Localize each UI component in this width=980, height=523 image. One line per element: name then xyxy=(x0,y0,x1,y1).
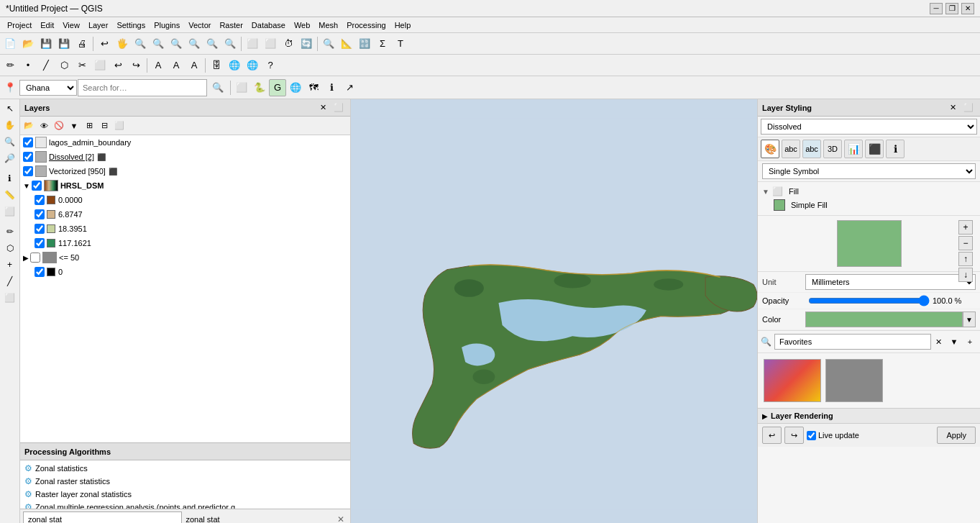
layer-rendering-section[interactable]: ▶ Layer Rendering xyxy=(758,408,980,423)
label2-button[interactable]: A xyxy=(168,57,185,74)
tab-labels[interactable]: abc xyxy=(782,140,800,158)
measure-area-tool[interactable]: ⬜ xyxy=(2,204,18,219)
globe-button[interactable]: 🌐 xyxy=(287,79,304,96)
tab-metadata[interactable]: ℹ xyxy=(886,140,905,158)
algo-search-input[interactable] xyxy=(23,511,182,524)
zoom-out-button[interactable]: 🔍 xyxy=(150,35,167,53)
save-as-button[interactable]: 💾 xyxy=(55,35,73,53)
layer-check-vectorized[interactable] xyxy=(23,166,33,176)
save-button[interactable]: 💾 xyxy=(37,35,55,53)
list-item[interactable]: 18.3951 xyxy=(32,222,350,236)
tab-3d[interactable]: 3D xyxy=(823,140,842,158)
menu-vector[interactable]: Vector xyxy=(184,19,215,31)
list-item[interactable]: Dissolved [2] ⬛ xyxy=(20,150,350,164)
help-button[interactable]: ? xyxy=(262,57,279,74)
zoom-in-tool[interactable]: 🔍 xyxy=(2,134,18,150)
undo-button[interactable]: ↩ xyxy=(96,35,113,53)
menu-settings[interactable]: Settings xyxy=(112,19,150,31)
remove-symbol-button[interactable]: − xyxy=(958,236,973,250)
polygon-button[interactable]: ⬡ xyxy=(55,57,73,74)
dissolved-expand[interactable]: ⬛ xyxy=(97,153,106,161)
favorites-add-button[interactable]: + xyxy=(963,335,977,349)
menu-view[interactable]: View xyxy=(58,19,84,31)
menu-help[interactable]: Help xyxy=(390,19,416,31)
show-all-button[interactable]: 👁 xyxy=(37,119,51,133)
statistics-button[interactable]: Σ xyxy=(374,35,391,53)
layer-check-le50[interactable] xyxy=(30,253,40,263)
layer-check-dissolved[interactable] xyxy=(23,152,33,162)
line-button[interactable]: ╱ xyxy=(37,57,55,74)
layer-check-lagos[interactable] xyxy=(23,137,33,147)
menu-web[interactable]: Web xyxy=(290,19,314,31)
down-symbol-button[interactable]: ↓ xyxy=(958,268,973,282)
close-button[interactable]: ✕ xyxy=(961,3,974,14)
list-item[interactable]: lagos_admin_boundary xyxy=(20,135,350,150)
gradient-swatch[interactable] xyxy=(764,359,821,402)
identify-tool[interactable]: ℹ xyxy=(2,170,18,186)
up-symbol-button[interactable]: ↑ xyxy=(958,252,973,266)
point-button[interactable]: • xyxy=(19,57,37,74)
measure-tool[interactable]: 📏 xyxy=(2,187,18,203)
hrsl-collapse-icon[interactable]: ▼ xyxy=(23,182,30,190)
menu-edit[interactable]: Edit xyxy=(36,19,58,31)
calculator-button[interactable]: 🔡 xyxy=(356,35,373,53)
apply-button[interactable]: Apply xyxy=(937,427,976,444)
zoom-last-button[interactable]: 🔍 xyxy=(221,35,239,53)
edit-button[interactable]: ✂ xyxy=(73,57,91,74)
menu-plugins[interactable]: Plugins xyxy=(150,19,184,31)
menu-processing[interactable]: Processing xyxy=(342,19,390,31)
color-dropdown-button[interactable]: ▼ xyxy=(963,311,976,327)
styling-close-button[interactable]: ✕ xyxy=(945,101,960,115)
layers-close-button[interactable]: ✕ xyxy=(316,101,330,115)
vectorized-expand[interactable]: ⬛ xyxy=(109,168,117,176)
print-button[interactable]: 🖨 xyxy=(73,35,91,53)
remove-layer-button[interactable]: ⬜ xyxy=(112,119,127,133)
map-canvas[interactable] xyxy=(351,99,757,523)
render-type-select[interactable]: Single Symbol xyxy=(762,163,976,179)
locate-button[interactable]: 📍 xyxy=(1,79,19,96)
refresh-button[interactable]: 🔄 xyxy=(298,35,315,53)
map-button[interactable]: 🗺 xyxy=(305,79,322,96)
list-item[interactable]: 6.8747 xyxy=(32,207,350,222)
expand-button[interactable]: ⊞ xyxy=(82,119,96,133)
identify-button[interactable]: 🔍 xyxy=(320,35,337,53)
zoom-selection-button[interactable]: 🔍 xyxy=(203,35,221,53)
edit-tool[interactable]: ✏ xyxy=(2,224,18,240)
digitize-button[interactable]: ✏ xyxy=(1,57,19,74)
favorites-menu-button[interactable]: ▼ xyxy=(947,335,961,349)
tab-fields[interactable]: ⬛ xyxy=(865,140,884,158)
list-item[interactable]: ▶ <= 50 xyxy=(20,250,350,265)
label3-button[interactable]: A xyxy=(186,57,203,74)
symbol-fill-row[interactable]: ▼ ⬜ Fill xyxy=(761,185,977,198)
gray-swatch[interactable] xyxy=(825,359,883,402)
redo-button[interactable]: ↪ xyxy=(127,57,145,74)
menu-database[interactable]: Database xyxy=(247,19,290,31)
plugin2-button[interactable]: 🌐 xyxy=(244,57,261,74)
db-manager-button[interactable]: 🗄 xyxy=(208,57,225,74)
georef-button[interactable]: 🌐 xyxy=(226,57,243,74)
add-point-tool[interactable]: + xyxy=(2,257,18,273)
unit-select[interactable]: Millimeters xyxy=(805,274,976,290)
layer-check-6874[interactable] xyxy=(35,209,45,219)
location-select[interactable]: Ghana xyxy=(19,80,77,96)
minimize-button[interactable]: ─ xyxy=(930,3,943,14)
node-button[interactable]: ⬜ xyxy=(91,57,109,74)
tab-mask[interactable]: abc xyxy=(802,140,821,158)
list-item[interactable]: ⚙ Raster layer zonal statistics xyxy=(22,488,349,501)
layer-check-hrsl[interactable] xyxy=(32,181,42,191)
menu-raster[interactable]: Raster xyxy=(215,19,247,31)
select-tool[interactable]: ↖ xyxy=(2,101,18,117)
undo-style-button[interactable]: ↩ xyxy=(762,427,782,444)
menu-mesh[interactable]: Mesh xyxy=(314,19,342,31)
list-item[interactable]: ▼ HRSL_DSM xyxy=(20,178,350,193)
hide-all-button[interactable]: 🚫 xyxy=(52,119,66,133)
list-item[interactable]: 0 xyxy=(32,265,350,279)
list-item[interactable]: ⚙ Zonal raster statistics xyxy=(22,475,349,488)
node-tool[interactable]: ⬡ xyxy=(2,240,18,256)
color-picker-button[interactable] xyxy=(805,311,963,327)
measure-button[interactable]: 📐 xyxy=(338,35,355,53)
time-button[interactable]: ⏱ xyxy=(280,35,297,53)
zoom-full-button[interactable]: 🔍 xyxy=(168,35,185,53)
list-item[interactable]: 117.1621 xyxy=(32,236,350,250)
favorites-search-input[interactable] xyxy=(774,334,931,350)
